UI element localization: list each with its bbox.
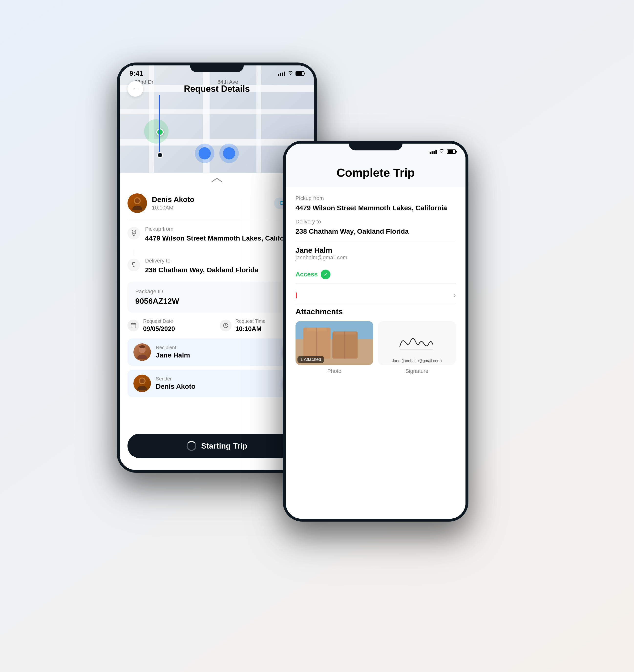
back-button[interactable]: ← [127, 81, 143, 97]
map-origin-dot [156, 128, 164, 136]
page-header-1: ← Request Details [120, 79, 314, 99]
recipient-avatar [133, 343, 151, 361]
signature-canvas [380, 331, 453, 355]
sender-role: Sender [156, 376, 283, 382]
date-item: Request Date 09/05/2020 [127, 318, 214, 333]
driver-avatar [127, 193, 147, 213]
photo-preview: 1 Attached [296, 321, 373, 365]
chevron-right-icon: › [453, 291, 456, 299]
nav-row[interactable]: | › [296, 287, 456, 303]
trip-pickup-label: Pickup from [296, 195, 456, 201]
signature-name: Jane (janehalm@gmail.com) [378, 359, 456, 363]
wifi-icon-2 [439, 148, 445, 155]
status-icons-1 [278, 70, 304, 77]
calendar-icon [127, 320, 139, 331]
svg-point-18 [137, 386, 147, 390]
sender-avatar [133, 375, 151, 392]
svg-point-19 [140, 379, 145, 383]
photo-label: Photo [327, 368, 342, 374]
contact-row: Jane Halm janehalm@gmail.com [296, 246, 456, 261]
time-info: Request Time 10:10AM [235, 318, 265, 333]
recipient-info: Recipient Jane Halm [156, 345, 283, 359]
driver-row: Denis Akoto 10:10AM Enroute [127, 188, 306, 219]
time-value: 10:10AM [235, 325, 265, 333]
start-trip-button[interactable]: Starting Trip [127, 434, 306, 458]
attachments-grid: 1 Attached Photo [296, 321, 456, 374]
map-dest-dot [157, 152, 163, 158]
delivery-row: Delivery to 238 Chatham Way, Oakland Flo… [127, 258, 306, 275]
driver-name: Denis Akoto [152, 195, 274, 203]
trip-pickup-value: 4479 Wilson Street Mammoth Lakes, Califo… [296, 203, 456, 213]
svg-point-3 [133, 231, 135, 234]
battery-icon-2 [447, 149, 456, 154]
delivery-value: 238 Chatham Way, Oakland Florida [145, 265, 306, 275]
svg-point-15 [137, 355, 147, 359]
sender-name: Denis Akoto [156, 383, 283, 390]
sender-row: Sender Denis Akoto [127, 370, 306, 397]
svg-rect-4 [133, 263, 135, 265]
package-label: Package ID [135, 288, 299, 295]
attached-badge: 1 Attached [298, 356, 324, 363]
notch-2 [349, 141, 402, 150]
access-check-icon: ✓ [321, 270, 330, 279]
date-label: Request Date [143, 318, 175, 324]
trip-delivery-value: 238 Chatham Way, Oakland Florida [296, 227, 456, 236]
battery-icon [296, 71, 304, 76]
pickup-value: 4479 Wilson Street Mammoth Lakes, Califo… [145, 234, 306, 243]
recipient-name: Jane Halm [156, 352, 283, 359]
attachments-title: Attachments [296, 307, 456, 316]
map-route [159, 95, 160, 153]
pickup-content: Pickup from 4479 Wilson Street Mammoth L… [145, 226, 306, 243]
delivery-label: Delivery to [145, 258, 306, 264]
svg-line-13 [226, 326, 227, 326]
photo-attachment[interactable]: 1 Attached Photo [296, 321, 373, 374]
trip-pickup-section: Pickup from 4479 Wilson Street Mammoth L… [296, 195, 456, 213]
addr-connector [134, 250, 134, 256]
datetime-row: Request Date 09/05/2020 Request Time 10:… [127, 318, 306, 333]
pickup-label: Pickup from [145, 226, 306, 232]
loading-spinner [187, 441, 196, 451]
svg-point-16 [139, 345, 145, 348]
attachments-section: Attachments [296, 307, 456, 374]
signal-icon-2 [429, 149, 437, 154]
recipient-row: Recipient Jane Halm [127, 338, 306, 366]
contact-name: Jane Halm [296, 246, 456, 255]
contact-email: janehalm@gmail.com [296, 255, 456, 261]
driver-info: Denis Akoto 10:10AM [152, 195, 274, 211]
nav-label: | [296, 291, 453, 299]
phone2-content: Complete Trip Pickup from 4479 Wilson St… [286, 144, 466, 519]
svg-point-6 [133, 266, 135, 267]
delivery-icon [127, 259, 140, 271]
trip-delivery-label: Delivery to [296, 219, 456, 225]
wifi-icon [288, 70, 293, 77]
package-id: 9056AZ12W [135, 297, 299, 306]
status-icons-2 [429, 148, 456, 155]
phone-complete-trip: Complete Trip Pickup from 4479 Wilson St… [283, 141, 468, 522]
map-dest-pins [195, 144, 239, 163]
sender-info: Sender Denis Akoto [156, 376, 283, 390]
access-label: Access [296, 270, 318, 278]
page-title-1: Request Details [184, 84, 250, 94]
access-row: Access ✓ [296, 266, 456, 284]
complete-trip-body: Pickup from 4479 Wilson Street Mammoth L… [286, 187, 466, 382]
complete-trip-title: Complete Trip [296, 166, 456, 179]
cta-label: Starting Trip [201, 441, 247, 451]
date-info: Request Date 09/05/2020 [143, 318, 175, 333]
signature-preview: Jane (janehalm@gmail.com) [378, 321, 456, 365]
svg-point-1 [132, 206, 142, 210]
package-card: Package ID 9056AZ12W [127, 282, 306, 313]
svg-point-2 [135, 198, 140, 203]
signature-label: Signature [405, 368, 428, 374]
notch-1 [190, 63, 244, 72]
signature-attachment[interactable]: Jane (janehalm@gmail.com) Signature [378, 321, 456, 374]
signal-icon [278, 71, 285, 76]
trip-delivery-section: Delivery to 238 Chatham Way, Oakland Flo… [296, 219, 456, 236]
time-label: Request Time [235, 318, 265, 324]
date-value: 09/05/2020 [143, 325, 175, 333]
driver-time: 10:10AM [152, 205, 274, 211]
clock-icon [220, 320, 232, 331]
divider-1 [296, 242, 456, 242]
recipient-role: Recipient [156, 345, 283, 351]
svg-rect-7 [131, 323, 136, 328]
delivery-content: Delivery to 238 Chatham Way, Oakland Flo… [145, 258, 306, 275]
